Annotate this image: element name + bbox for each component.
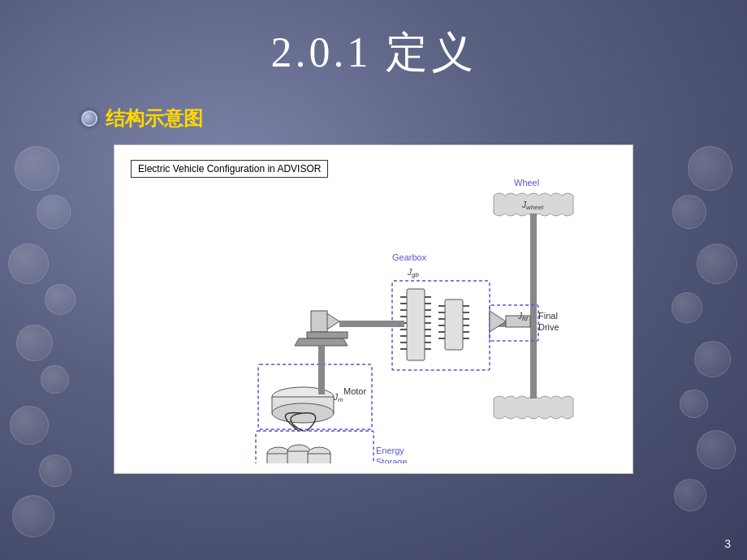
slide-container: 2.0.1 定义 结构示意图 Electric Vehicle Configur…: [0, 0, 747, 560]
gear-left: [407, 289, 425, 360]
motor-shaft: [339, 321, 404, 327]
motor-plate: [311, 311, 327, 332]
final-drive-label1: Final: [538, 311, 558, 321]
motor-label: Motor: [343, 386, 366, 396]
diagram-inner: Electric Vehicle Configuration in ADVISO…: [124, 155, 624, 463]
motor-pedestal: [307, 332, 348, 338]
final-drive-label2: Drive: [538, 322, 559, 332]
battery-1-body: [267, 454, 290, 463]
j-gb-label: Jgb: [407, 268, 419, 278]
slide-number: 3: [724, 537, 731, 550]
gearbox-label: Gearbox: [392, 252, 427, 262]
motor-vertical-shaft: [318, 346, 325, 394]
energy-storage-label2: Storage: [376, 457, 408, 463]
energy-storage-label1: Energy: [376, 446, 404, 455]
j-m-label: Jm: [333, 393, 343, 403]
diagram-svg: Wheel Jwheel Gearbox Jgb: [124, 155, 624, 463]
wheel-label: Wheel: [514, 178, 539, 187]
final-drive-shape: [490, 311, 506, 332]
wheel-top: Jwheel: [494, 193, 573, 216]
section-label-text: 结构示意图: [106, 106, 203, 131]
gear-right: [445, 299, 463, 350]
diagram-container: Electric Vehicle Configuration in ADVISO…: [114, 144, 633, 474]
slide-title: 2.0.1 定义: [32, 24, 715, 81]
battery-2-body: [287, 451, 310, 463]
wheel-bottom: [494, 396, 573, 419]
section-label-row: 结构示意图: [81, 106, 715, 131]
motor-base: [295, 338, 348, 346]
right-axle: [530, 213, 537, 398]
bullet-icon: [81, 110, 97, 127]
battery-3-body: [308, 454, 330, 463]
